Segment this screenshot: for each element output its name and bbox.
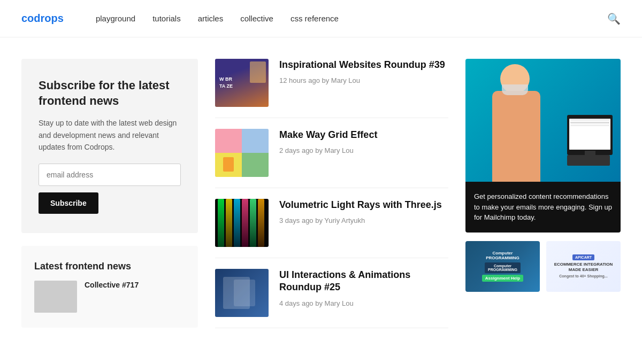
search-button[interactable]: 🔍: [607, 12, 621, 25]
assignment-label: Assignment Help: [482, 275, 523, 282]
ray-6: [258, 199, 264, 247]
article-title-1: Inspirational Websites Roundup #39: [279, 59, 448, 71]
programming-header: ComputerPROGRAMMING: [485, 262, 521, 273]
main-content: Subscribe for the latest frontend news S…: [0, 37, 642, 328]
ad-mailchimp[interactable]: Get personalized content recommendations…: [465, 59, 621, 233]
latest-news-box: Latest frontend news Collective #717: [21, 246, 198, 328]
subscribe-box: Subscribe for the latest frontend news S…: [21, 59, 198, 233]
article-content-2: Make Way Grid Effect 2 days ago by Mary …: [279, 129, 448, 177]
main-nav: playground tutorials articles collective…: [96, 14, 607, 23]
right-column: Get personalized content recommendations…: [465, 59, 621, 328]
ad-mailchimp-image: [465, 59, 621, 182]
keyboard: [567, 155, 610, 166]
ui-card-2: [234, 280, 255, 306]
article-meta-3: 3 days ago by Yuriy Artyukh: [279, 216, 365, 224]
monitor-stand: [585, 151, 595, 155]
screen-line: [570, 125, 609, 126]
nav-tutorials[interactable]: tutorials: [152, 14, 181, 23]
header: codrops playground tutorials articles co…: [0, 0, 642, 37]
logo[interactable]: codrops: [21, 12, 64, 25]
article-content-3: Volumetric Light Rays with Three.js 3 da…: [279, 199, 448, 247]
news-item-title: Collective #717: [85, 281, 139, 289]
ads-bottom: ComputerPROGRAMMING Assignment Help APIC…: [465, 241, 621, 292]
article-content-4: UI Interactions & Animations Roundup #25…: [279, 269, 448, 317]
apicart-badge: APICART: [572, 254, 594, 260]
ray-2: [226, 199, 232, 247]
ray-1: [218, 199, 224, 247]
nav-css-reference[interactable]: css reference: [291, 14, 339, 23]
article-item[interactable]: UI Interactions & Animations Roundup #25…: [215, 258, 448, 328]
apicart-sub: Congest to 40+ Shopping...: [559, 274, 607, 278]
ad-programming[interactable]: ComputerPROGRAMMING Assignment Help: [465, 241, 540, 292]
nav-articles[interactable]: articles: [198, 14, 224, 23]
left-column: Subscribe for the latest frontend news S…: [21, 59, 198, 328]
search-icon: 🔍: [607, 13, 621, 25]
article-title-4: UI Interactions & Animations Roundup #25: [279, 269, 448, 294]
article-title-2: Make Way Grid Effect: [279, 129, 448, 141]
article-content-1: Inspirational Websites Roundup #39 12 ho…: [279, 59, 448, 107]
grid-cell-4: [242, 153, 269, 177]
monitor-screen: [569, 119, 610, 150]
ad-apicart[interactable]: APICART ECOMMERCE INTEGRATION MADE EASIE…: [546, 241, 621, 292]
news-thumb: [34, 281, 77, 313]
subscribe-description: Stay up to date with the latest web desi…: [39, 117, 181, 153]
grid-cell-1: [215, 129, 242, 153]
nav-collective[interactable]: collective: [240, 14, 273, 23]
article-item[interactable]: Make Way Grid Effect 2 days ago by Mary …: [215, 118, 448, 188]
subscribe-button[interactable]: Subscribe: [39, 192, 98, 214]
latest-news-title: Latest frontend news: [34, 261, 185, 272]
ad-mailchimp-text: Get personalized content recommendations…: [465, 182, 621, 233]
news-item-preview[interactable]: Collective #717: [34, 281, 185, 313]
monitor: [567, 115, 613, 155]
body: [492, 91, 540, 182]
article-item[interactable]: Volumetric Light Rays with Three.js 3 da…: [215, 188, 448, 258]
ray-5: [250, 199, 256, 247]
article-item[interactable]: W BRTA ZE Inspirational Websites Roundup…: [215, 59, 448, 118]
article-meta-4: 4 days ago by Mary Lou: [279, 299, 354, 307]
center-column: W BRTA ZE Inspirational Websites Roundup…: [215, 59, 448, 328]
thumb-websites: W BRTA ZE: [215, 59, 269, 107]
nav-playground[interactable]: playground: [96, 14, 135, 23]
apicart-text: ECOMMERCE INTEGRATION MADE EASIER: [551, 262, 616, 273]
ad-mailchimp-description: Get personalized content recommendations…: [474, 192, 612, 221]
thumb-ui: [215, 269, 269, 317]
article-thumb-ui: [215, 269, 269, 317]
ray-3: [234, 199, 240, 247]
article-thumb-volumetric: [215, 199, 269, 247]
beard: [502, 84, 528, 95]
thumb-grid: [215, 129, 269, 177]
grid-cell-2: [242, 129, 269, 153]
article-meta-2: 2 days ago by Mary Lou: [279, 146, 354, 154]
screen-line: [570, 122, 609, 123]
article-title-3: Volumetric Light Rays with Three.js: [279, 199, 448, 211]
grid-cell-3: [215, 153, 242, 177]
screen-line: [570, 119, 609, 121]
subscribe-title: Subscribe for the latest frontend news: [39, 78, 181, 109]
email-field[interactable]: [39, 164, 181, 186]
article-thumb-websites: W BRTA ZE: [215, 59, 269, 107]
person-figure: [482, 64, 551, 182]
article-thumb-grid: [215, 129, 269, 177]
article-meta-1: 12 hours ago by Mary Lou: [279, 76, 360, 84]
thumb-text: W BRTA ZE: [219, 76, 264, 90]
thumb-volumetric: [215, 199, 269, 247]
ray-4: [242, 199, 248, 247]
